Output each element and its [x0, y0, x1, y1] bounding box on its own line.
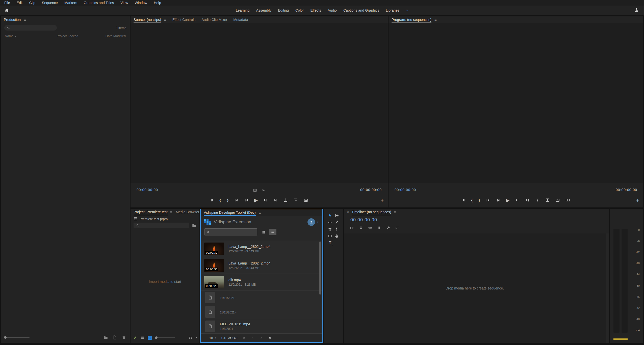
close-panel-icon[interactable]: × [347, 210, 349, 214]
tab-audio-clip-mixer[interactable]: Audio Clip Mixer [201, 16, 227, 23]
mark-out-icon[interactable]: } [478, 198, 480, 202]
vidispine-search[interactable] [204, 228, 257, 235]
source-current-timecode[interactable]: 00:00:00:00 [137, 188, 158, 192]
thumbnail-zoom-slider[interactable] [155, 337, 175, 338]
menu-file[interactable]: File [1, 0, 13, 6]
thumbnail-zoom-slider[interactable] [4, 337, 30, 338]
previous-page-icon[interactable] [251, 336, 254, 340]
menu-graphics-titles[interactable]: Graphics and Titles [80, 0, 117, 6]
export-frame-icon[interactable] [304, 198, 308, 202]
mark-in-icon[interactable]: { [220, 198, 221, 202]
home-button[interactable] [4, 8, 10, 13]
workspace-color[interactable]: Color [295, 8, 304, 12]
new-item-icon[interactable] [113, 335, 117, 340]
production-panel-menu-icon[interactable]: ≡ [24, 18, 26, 22]
go-to-in-icon[interactable] [486, 198, 490, 202]
selection-tool[interactable] [327, 212, 333, 219]
media-list-item[interactable]: 00:00:30 Lava_Lamp__2802_2.mp4 12/22/202… [201, 241, 322, 257]
tab-timeline[interactable]: Timeline: (no sequences) [352, 209, 391, 215]
nest-sequences-icon[interactable] [350, 226, 354, 230]
production-search-input[interactable] [12, 26, 54, 30]
chevron-down-icon[interactable]: ▾ [196, 336, 197, 339]
first-page-icon[interactable] [242, 336, 246, 340]
add-marker-icon[interactable] [462, 198, 466, 202]
tab-metadata[interactable]: Metadata [233, 16, 248, 23]
tab-program[interactable]: Program: (no sequences) [392, 16, 431, 23]
add-marker-icon[interactable] [377, 226, 381, 230]
slip-tool[interactable] [327, 226, 333, 232]
production-search[interactable] [4, 25, 57, 31]
quick-export-button[interactable] [634, 8, 639, 13]
type-tool[interactable]: T [327, 240, 333, 246]
go-to-out-icon[interactable] [525, 198, 530, 202]
drag-audio-icon[interactable] [262, 188, 266, 192]
tab-vidispine-toolkit[interactable]: Vidispine Developer Toolkit (Dev) [204, 209, 256, 216]
workspace-libraries[interactable]: Libraries [386, 8, 399, 12]
workspace-learning[interactable]: Learning [236, 8, 250, 12]
grid-view-button[interactable] [262, 230, 266, 234]
media-list-item[interactable]: 11/11/2021 - [201, 290, 322, 305]
workspace-effects[interactable]: Effects [311, 8, 321, 12]
column-name[interactable]: Name ▾ [5, 34, 57, 38]
drag-video-icon[interactable] [253, 188, 257, 192]
menu-window[interactable]: Window [131, 0, 150, 6]
media-list-item[interactable]: 11/11/2021 - [201, 305, 322, 319]
add-marker-icon[interactable] [210, 198, 214, 202]
vidispine-search-input[interactable] [212, 230, 255, 234]
menu-help[interactable]: Help [150, 0, 164, 6]
play-icon[interactable]: ▶ [506, 198, 510, 203]
media-list-item[interactable]: 00:00:29 elk.mp4 12/9/2021 - 3.23 MB [201, 274, 322, 290]
step-forward-icon[interactable] [515, 198, 520, 202]
step-back-icon[interactable] [496, 198, 500, 202]
play-icon[interactable]: ▶ [254, 198, 258, 203]
menu-view[interactable]: View [117, 0, 131, 6]
timeline-playhead-timecode[interactable]: 00:00:00:00 [350, 217, 377, 223]
insert-icon[interactable] [284, 198, 288, 202]
tab-source[interactable]: Source: (no clips) [134, 16, 161, 23]
workspace-audio[interactable]: Audio [328, 8, 337, 12]
workspace-editing[interactable]: Editing [278, 8, 289, 12]
menu-clip[interactable]: Clip [26, 0, 39, 6]
project-writable-pencil-icon[interactable] [133, 336, 137, 340]
snap-magnet-icon[interactable] [359, 226, 363, 230]
tab-media-browser[interactable]: Media Browser [176, 209, 199, 215]
avatar-menu-caret-icon[interactable]: ▼ [317, 221, 319, 223]
new-bin-icon[interactable] [104, 335, 108, 340]
column-project-locked[interactable]: Project Locked [57, 34, 106, 38]
page-size-select[interactable]: 10 ▼ [209, 336, 217, 340]
user-avatar[interactable] [307, 218, 315, 226]
go-to-out-icon[interactable] [273, 198, 278, 202]
tab-project[interactable]: Project: Premiere test [134, 209, 168, 215]
rectangle-tool[interactable] [327, 233, 333, 239]
program-panel-menu-icon[interactable]: ≡ [434, 18, 437, 22]
menu-edit[interactable]: Edit [13, 0, 26, 6]
go-to-in-icon[interactable] [234, 198, 239, 202]
mark-in-icon[interactable]: { [471, 198, 473, 202]
timeline-panel-menu-icon[interactable]: ≡ [394, 210, 396, 214]
step-back-icon[interactable] [244, 198, 249, 202]
lift-icon[interactable] [535, 198, 540, 202]
media-list-item[interactable]: FILE-VX-1619.mp4 11/8/2021 - [201, 319, 322, 334]
extract-icon[interactable] [545, 198, 550, 202]
list-view-button-active[interactable] [269, 229, 276, 235]
mark-out-icon[interactable]: } [227, 198, 228, 202]
project-search-input[interactable] [141, 223, 187, 228]
button-editor-add-icon[interactable]: + [381, 198, 384, 203]
sort-icons-icon[interactable] [188, 336, 192, 340]
timeline-scrollbar[interactable] [606, 233, 609, 343]
vidispine-panel-menu-icon[interactable]: ≡ [259, 211, 261, 215]
timeline-settings-wrench-icon[interactable] [386, 226, 390, 230]
media-list-item[interactable]: 00:00:30 Lava_Lamp__2802_2.mp4 12/22/202… [201, 257, 322, 274]
overwrite-icon[interactable] [294, 198, 298, 202]
timeline-track-area[interactable]: Drop media here to create sequence. [344, 233, 606, 343]
list-scrollbar-thumb[interactable] [319, 242, 321, 295]
search-bin-folder-icon[interactable] [192, 223, 196, 228]
next-page-icon[interactable] [260, 336, 263, 340]
icon-view-icon[interactable] [148, 336, 152, 340]
zoom-slider-knob[interactable] [155, 336, 158, 339]
linked-selection-icon[interactable] [368, 226, 372, 230]
project-file-row[interactable]: Premiere test.prproj [131, 215, 199, 221]
button-editor-add-icon[interactable]: + [636, 198, 639, 203]
list-view-icon[interactable] [140, 336, 144, 340]
program-current-timecode[interactable]: 00:00:00:00 [395, 188, 416, 192]
